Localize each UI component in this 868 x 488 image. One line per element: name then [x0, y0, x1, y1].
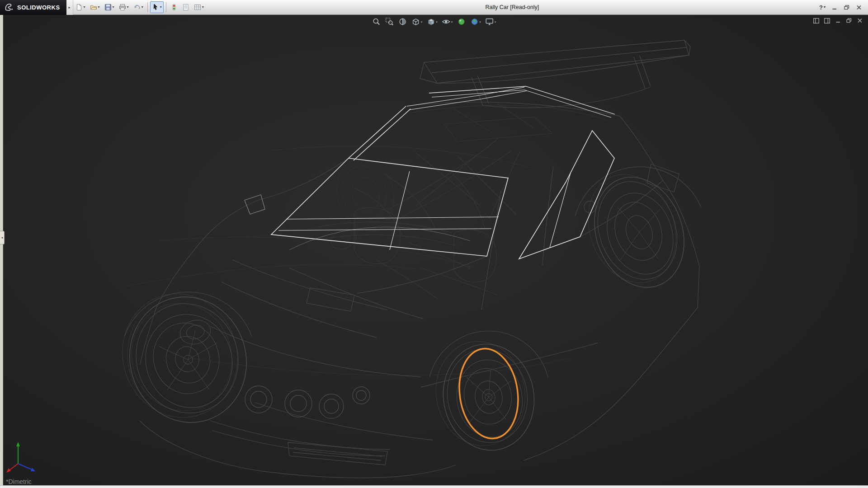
- zoom-to-area-button[interactable]: [384, 16, 396, 27]
- select-arrow-icon: [152, 4, 159, 11]
- options-button[interactable]: ▾: [192, 1, 206, 13]
- help-label: ?: [819, 4, 823, 11]
- options-caret[interactable]: ▾: [202, 5, 204, 9]
- section-view-icon: [398, 17, 407, 26]
- print-button[interactable]: ▾: [117, 1, 131, 13]
- status-bar: [0, 485, 868, 488]
- open-caret[interactable]: ▾: [98, 5, 100, 9]
- pane-left-icon: [813, 18, 819, 23]
- left-edge-strip: [0, 15, 3, 485]
- restore-icon: [844, 5, 849, 10]
- menu-bar: SOLIDWORKS ▸ ▾ ▾ ▾ ▾: [0, 0, 868, 15]
- toolbar-separator: [166, 2, 166, 12]
- heads-up-view-toolbar: ▾ ▾ ▾: [371, 16, 498, 27]
- new-button[interactable]: ▾: [74, 1, 87, 13]
- save-button[interactable]: ▾: [103, 1, 116, 13]
- undo-icon: [133, 4, 141, 11]
- zoom-to-fit-icon: [372, 17, 381, 26]
- view-orientation-caret[interactable]: ▾: [421, 20, 423, 23]
- minimize-icon: [832, 5, 837, 10]
- undo-button[interactable]: ▾: [132, 1, 145, 13]
- window-title: Rally Car [Read-only]: [485, 4, 539, 10]
- file-properties-button[interactable]: [180, 1, 191, 13]
- print-icon: [119, 4, 126, 11]
- graphics-viewport[interactable]: ◂ ▾: [0, 15, 868, 485]
- print-caret[interactable]: ▾: [127, 5, 129, 9]
- zoom-to-fit-button[interactable]: [371, 16, 382, 27]
- new-document-icon: [75, 4, 83, 11]
- undo-caret[interactable]: ▾: [142, 5, 143, 9]
- titlebar-controls: ? ▾: [817, 3, 868, 12]
- close-icon: [856, 5, 862, 10]
- hide-show-items-icon: [442, 17, 451, 26]
- highlighted-edges[interactable]: [245, 86, 615, 259]
- view-orientation-button[interactable]: ▾: [410, 16, 424, 27]
- rear-right-wheel[interactable]: [574, 162, 699, 300]
- pane-right-button[interactable]: [823, 17, 831, 24]
- view-settings-caret[interactable]: ▾: [495, 20, 496, 23]
- orientation-triad: [5, 438, 45, 474]
- save-caret[interactable]: ▾: [113, 5, 114, 9]
- solidworks-logo: SOLIDWORKS: [0, 0, 66, 15]
- solidworks-logo-icon: [4, 2, 14, 12]
- zoom-to-area-icon: [385, 17, 394, 26]
- open-button[interactable]: ▾: [88, 1, 102, 13]
- select-button[interactable]: ▾: [150, 1, 164, 13]
- rally-lights[interactable]: [245, 386, 370, 418]
- doc-close-button[interactable]: [856, 17, 863, 24]
- display-style-icon: [426, 17, 435, 26]
- doc-restore-icon: [846, 18, 852, 23]
- pane-left-button[interactable]: [812, 17, 820, 24]
- doc-minimize-button[interactable]: [834, 17, 842, 24]
- apply-scene-caret[interactable]: ▾: [479, 20, 481, 23]
- help-button[interactable]: ? ▾: [817, 3, 828, 12]
- save-icon: [104, 4, 112, 11]
- document-window-controls: [812, 17, 863, 24]
- section-view-button[interactable]: [397, 16, 409, 27]
- pane-right-icon: [824, 18, 830, 23]
- new-caret[interactable]: ▾: [84, 5, 85, 9]
- panel-collapse-tab[interactable]: ◂: [0, 231, 5, 244]
- minimize-button[interactable]: [829, 3, 840, 12]
- orientation-label: *Dimetric: [6, 478, 32, 485]
- file-properties-icon: [182, 4, 189, 11]
- front-right-wheel[interactable]: [428, 334, 542, 458]
- apply-scene-icon: [470, 17, 479, 26]
- doc-minimize-icon: [835, 18, 841, 23]
- doc-close-icon: [857, 18, 863, 23]
- construction-lines: [127, 146, 570, 375]
- interior-lines: [312, 138, 520, 300]
- edit-appearance-button[interactable]: [455, 16, 467, 27]
- hide-show-caret[interactable]: ▾: [451, 20, 453, 23]
- doc-restore-button[interactable]: [845, 17, 853, 24]
- options-table-icon: [194, 4, 201, 11]
- view-settings-icon: [485, 17, 494, 26]
- toolbar-separator: [147, 2, 148, 12]
- view-orientation-icon: [411, 17, 420, 26]
- car-body-lines[interactable]: [124, 87, 701, 478]
- display-style-button[interactable]: ▾: [425, 16, 439, 27]
- close-button[interactable]: [854, 3, 864, 12]
- edit-appearance-icon: [457, 17, 466, 26]
- help-caret[interactable]: ▾: [824, 5, 826, 9]
- rebuild-button[interactable]: [169, 1, 179, 13]
- restore-button[interactable]: [841, 3, 852, 12]
- menu-flyout-button[interactable]: ▸: [66, 0, 73, 15]
- front-left-wheel[interactable]: [107, 279, 263, 438]
- view-settings-button[interactable]: ▾: [484, 16, 498, 27]
- select-caret[interactable]: ▾: [160, 5, 162, 9]
- rebuild-icon: [170, 4, 178, 11]
- logo-text: SOLIDWORKS: [17, 4, 60, 11]
- apply-scene-button[interactable]: ▾: [468, 16, 482, 27]
- open-folder-icon: [90, 4, 97, 11]
- display-style-caret[interactable]: ▾: [436, 20, 438, 23]
- model-wireframe[interactable]: [0, 15, 868, 485]
- hide-show-items-button[interactable]: ▾: [440, 16, 454, 27]
